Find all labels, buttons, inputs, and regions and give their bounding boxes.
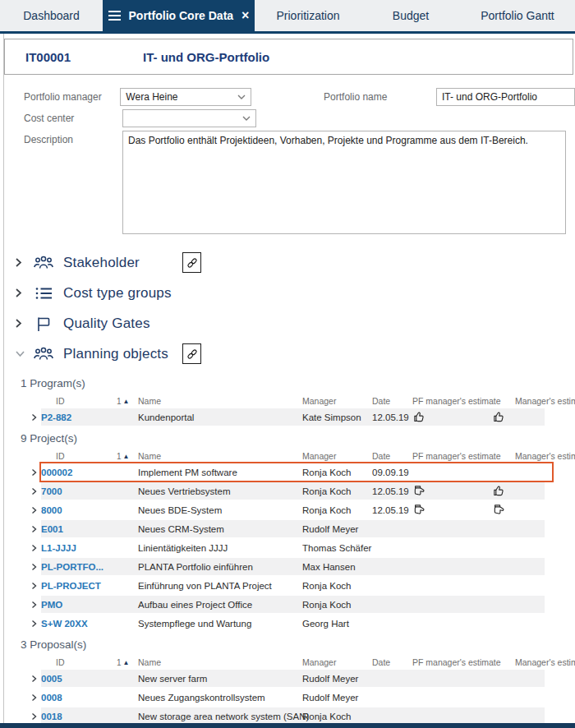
table-row[interactable]: P2-882 Kundenportal Kate Simpson 12.05.1…	[29, 410, 575, 424]
row-id-link[interactable]: 0005	[41, 674, 138, 684]
table-row[interactable]: 000002 Implement PM software Ronja Koch …	[29, 465, 575, 479]
chevron-right-icon[interactable]	[29, 620, 41, 628]
column-header-date[interactable]: Date	[372, 451, 412, 461]
chevron-right-icon[interactable]	[29, 413, 41, 422]
column-header-id[interactable]: ID	[41, 657, 117, 667]
chevron-right-icon[interactable]	[29, 563, 41, 571]
pf-estimate-cell[interactable]	[412, 616, 507, 630]
mgr-estimate-cell[interactable]	[507, 597, 575, 611]
column-header-date[interactable]: Date	[372, 657, 412, 667]
sort-indicator[interactable]: 1▲	[117, 452, 138, 461]
chevron-right-icon[interactable]	[29, 468, 41, 477]
row-id-link[interactable]: PL-PROJECT	[41, 581, 138, 591]
mgr-estimate-cell[interactable]	[507, 522, 575, 536]
tab-dashboard[interactable]: Dashboard	[0, 0, 103, 31]
pf-estimate-cell[interactable]	[412, 465, 507, 479]
pf-estimate-cell[interactable]	[412, 522, 507, 536]
table-row[interactable]: 7000 Neues Vertriebsystem Ronja Koch 12.…	[29, 484, 575, 498]
sort-indicator[interactable]: 1▲	[117, 397, 138, 406]
column-header-name[interactable]: Name	[138, 451, 302, 461]
row-id-link[interactable]: 000002	[41, 468, 138, 477]
column-header-manager[interactable]: Manager	[302, 451, 372, 461]
mgr-estimate-cell[interactable]	[507, 671, 575, 685]
column-header-name[interactable]: Name	[138, 396, 302, 406]
chevron-right-icon[interactable]	[29, 525, 41, 533]
portfolio-manager-select[interactable]: Wera Heine	[120, 88, 251, 106]
row-id-link[interactable]: 8000	[41, 505, 138, 515]
sort-indicator[interactable]: 1▲	[117, 658, 138, 667]
cost-center-select[interactable]	[122, 109, 256, 127]
chevron-right-icon[interactable]	[29, 712, 41, 721]
chevron-right-icon[interactable]	[29, 693, 41, 702]
chevron-right-icon[interactable]	[29, 544, 41, 552]
mgr-estimate-cell[interactable]	[507, 560, 575, 574]
row-id-link[interactable]: 7000	[41, 486, 138, 496]
pf-estimate-cell[interactable]	[412, 560, 507, 574]
chevron-right-icon[interactable]	[29, 506, 41, 514]
pf-estimate-cell[interactable]	[412, 709, 507, 723]
mgr-estimate-cell[interactable]	[507, 541, 575, 555]
pf-estimate-cell[interactable]	[412, 541, 507, 555]
portfolio-name-input[interactable]	[436, 88, 575, 106]
section-quality-gates[interactable]: Quality Gates	[4, 308, 575, 339]
table-row[interactable]: 0008 Neues Zugangskontrollsystem Rudolf …	[29, 690, 575, 704]
section-cost-type-groups[interactable]: Cost type groups	[4, 278, 575, 308]
column-header-id[interactable]: ID	[41, 396, 117, 406]
column-header-name[interactable]: Name	[138, 657, 302, 667]
mgr-estimate-cell[interactable]	[507, 484, 575, 498]
mgr-estimate-cell[interactable]	[507, 410, 575, 424]
column-header-pf-estimate[interactable]: PF manager's estimate	[412, 657, 507, 667]
chevron-right-icon[interactable]	[29, 582, 41, 590]
row-id-link[interactable]: S+W 20XX	[41, 619, 138, 629]
tab-budget[interactable]: Budget	[361, 0, 460, 31]
mgr-estimate-cell[interactable]	[507, 465, 575, 479]
table-row[interactable]: PL-PROJECT Einführung von PLANTA Project…	[29, 578, 575, 592]
column-header-pf-estimate[interactable]: PF manager's estimate	[412, 451, 507, 461]
table-row[interactable]: PMO Aufbau eines Project Office Ronja Ko…	[29, 597, 575, 611]
pf-estimate-cell[interactable]	[412, 671, 507, 685]
row-id-link[interactable]: P2-882	[41, 412, 138, 422]
column-header-manager[interactable]: Manager	[302, 396, 372, 406]
row-id-link[interactable]: 0008	[41, 693, 138, 703]
description-field[interactable]: Das Portfolio enthält Projektideen, Vorh…	[122, 131, 566, 234]
mgr-estimate-cell[interactable]	[507, 709, 575, 723]
mgr-estimate-cell[interactable]	[507, 503, 575, 517]
table-row[interactable]: E001 Neues CRM-System Rudolf Meyer	[29, 522, 575, 536]
column-header-manager[interactable]: Manager	[302, 657, 372, 667]
chevron-right-icon[interactable]	[15, 288, 31, 298]
chevron-right-icon[interactable]	[29, 601, 41, 609]
link-icon[interactable]	[182, 252, 201, 273]
table-row[interactable]: PL-PORTFO... PLANTA Portfolio einführen …	[29, 560, 575, 574]
chevron-right-icon[interactable]	[15, 318, 31, 329]
row-id-link[interactable]: PL-PORTFO...	[41, 562, 138, 572]
column-header-mgr-estimate[interactable]: Manager's estimate	[507, 396, 575, 406]
table-row[interactable]: 0018 New storage area network system (SA…	[29, 709, 575, 723]
table-row[interactable]: S+W 20XX Systempflege und Wartung Georg …	[29, 616, 575, 630]
table-row[interactable]: 8000 Neues BDE-System Ronja Koch 12.05.1…	[29, 503, 575, 517]
row-id-link[interactable]: 0018	[41, 712, 138, 721]
table-row[interactable]: L1-JJJJ Linientätigkeiten JJJJ Thomas Sc…	[29, 541, 575, 555]
pf-estimate-cell[interactable]	[412, 578, 507, 592]
mgr-estimate-cell[interactable]	[507, 578, 575, 592]
table-row[interactable]: 0005 New server farm Rudolf Meyer	[29, 671, 575, 685]
chevron-down-icon[interactable]	[15, 350, 31, 357]
section-planning-objects[interactable]: Planning objects	[4, 339, 575, 369]
column-header-mgr-estimate[interactable]: Manager's estimate	[507, 451, 575, 461]
column-header-date[interactable]: Date	[372, 396, 412, 406]
row-id-link[interactable]: E001	[41, 524, 138, 534]
chevron-right-icon[interactable]	[15, 257, 31, 268]
column-header-pf-estimate[interactable]: PF manager's estimate	[412, 396, 507, 406]
pf-estimate-cell[interactable]	[412, 597, 507, 611]
tab-portfolio-core-data[interactable]: Portfolio Core Data ×	[103, 0, 255, 31]
chevron-right-icon[interactable]	[29, 487, 41, 495]
tab-portfolio-gantt[interactable]: Portfolio Gantt	[460, 0, 575, 31]
close-icon[interactable]: ×	[242, 9, 249, 22]
chevron-right-icon[interactable]	[29, 675, 41, 683]
column-header-mgr-estimate[interactable]: Manager's estimate	[507, 657, 575, 667]
column-header-id[interactable]: ID	[41, 451, 117, 461]
hamburger-menu-icon[interactable]	[108, 11, 121, 21]
row-id-link[interactable]: L1-JJJJ	[41, 543, 138, 553]
pf-estimate-cell[interactable]	[412, 690, 507, 704]
row-id-link[interactable]: PMO	[41, 600, 138, 610]
tab-prioritization[interactable]: Prioritization	[255, 0, 361, 31]
